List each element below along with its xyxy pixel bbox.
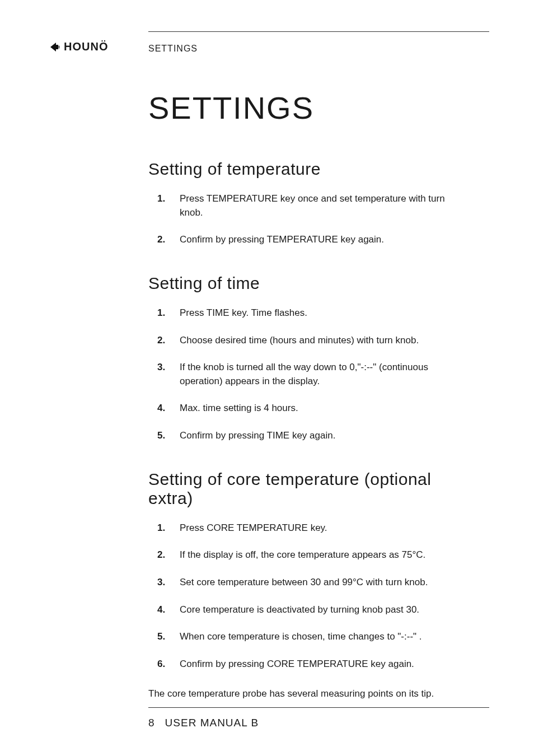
page-number: 8 [148, 717, 155, 729]
svg-marker-0 [50, 43, 58, 52]
bottom-rule [148, 707, 489, 708]
page-title: SETTINGS [148, 90, 470, 126]
list-item: Press TEMPERATURE key once and set tempe… [148, 192, 470, 220]
brand-logo: HOUNÖ [49, 40, 108, 53]
footer: 8 USER MANUAL B [148, 717, 259, 729]
body-paragraph: The core temperature probe has several m… [148, 687, 470, 701]
list-item: If the knob is turned all the way down t… [148, 361, 470, 388]
steps-list: Press CORE TEMPERATURE key. If the displ… [148, 521, 470, 671]
top-rule [148, 31, 489, 32]
list-item: Confirm by pressing TEMPERATURE key agai… [148, 233, 470, 247]
content-area: SETTINGS Setting of temperature Press TE… [148, 90, 470, 701]
svg-rect-2 [58, 47, 60, 48]
list-item: Core temperature is deactivated by turni… [148, 603, 470, 617]
brand-name: HOUNÖ [64, 40, 108, 53]
footer-title: USER MANUAL B [165, 717, 259, 729]
list-item: Max. time setting is 4 hours. [148, 402, 470, 416]
list-item: If the display is off, the core temperat… [148, 548, 470, 562]
steps-list: Press TIME key. Time flashes. Choose des… [148, 306, 470, 443]
section-heading: Setting of time [148, 274, 470, 293]
list-item: Press CORE TEMPERATURE key. [148, 521, 470, 535]
svg-rect-1 [58, 46, 60, 46]
list-item: Set core temperature between 30 and 99°C… [148, 576, 470, 590]
list-item: When core temperature is chosen, time ch… [148, 630, 470, 644]
steps-list: Press TEMPERATURE key once and set tempe… [148, 192, 470, 247]
arrow-left-icon [49, 41, 60, 53]
page: HOUNÖ SETTINGS SETTINGS Setting of tempe… [0, 0, 534, 756]
list-item: Confirm by pressing TIME key again. [148, 429, 470, 443]
running-head: SETTINGS [148, 44, 198, 54]
section-heading: Setting of core temperature (optional ex… [148, 470, 470, 508]
list-item: Choose desired time (hours and minutes) … [148, 334, 470, 348]
section-heading: Setting of temperature [148, 160, 470, 179]
list-item: Press TIME key. Time flashes. [148, 306, 470, 320]
list-item: Confirm by pressing CORE TEMPERATURE key… [148, 657, 470, 671]
